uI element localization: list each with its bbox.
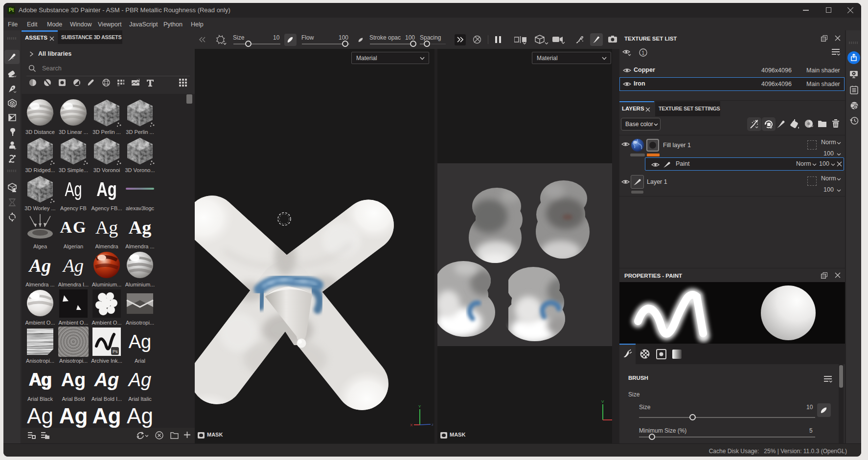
svg-text:X: X	[410, 423, 413, 426]
svg-text:z: z	[432, 422, 434, 426]
svg-text:Y: Y	[418, 404, 421, 409]
svg-text:1: 1	[642, 50, 645, 56]
svg-text:V: V	[601, 399, 604, 404]
svg-text:Ps: Ps	[113, 349, 118, 354]
